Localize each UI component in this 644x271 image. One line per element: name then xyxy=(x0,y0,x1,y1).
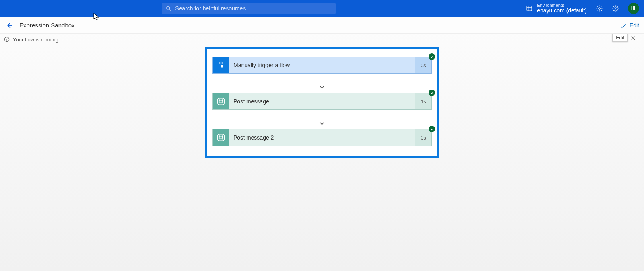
flow-canvas: Manually trigger a flow 0s Post message … xyxy=(205,47,439,158)
edit-button[interactable]: Edit xyxy=(621,22,639,29)
help-icon[interactable] xyxy=(612,5,619,12)
environment-picker[interactable]: Environments enayu.com (default) xyxy=(526,3,587,14)
environment-name: enayu.com (default) xyxy=(537,8,587,14)
arrow-left-icon xyxy=(5,21,14,30)
action-icon-cell xyxy=(213,129,229,146)
environment-text: Environments enayu.com (default) xyxy=(537,3,587,14)
touch-icon xyxy=(217,61,225,70)
success-badge xyxy=(429,90,435,96)
flow-step-trigger[interactable]: Manually trigger a flow 0s xyxy=(212,57,432,74)
svg-rect-13 xyxy=(218,134,225,141)
trigger-icon-cell xyxy=(213,57,229,73)
success-badge xyxy=(429,53,435,60)
search-input[interactable] xyxy=(175,5,332,12)
svg-point-0 xyxy=(167,6,170,10)
svg-rect-11 xyxy=(218,98,225,105)
step-duration: 1s xyxy=(415,93,431,109)
arrow-down-icon xyxy=(318,112,326,127)
arrow-down-icon xyxy=(318,76,326,90)
svg-rect-2 xyxy=(527,6,532,11)
flow-step-action[interactable]: Post message 2 0s xyxy=(212,129,432,146)
step-label: Post message xyxy=(229,93,415,109)
edit-tooltip: Edit xyxy=(612,34,628,42)
search-icon xyxy=(166,6,171,11)
back-button[interactable] xyxy=(5,21,14,30)
edit-label: Edit xyxy=(630,22,639,29)
check-icon xyxy=(430,127,434,131)
environment-icon xyxy=(526,5,533,12)
page-title: Expression Sandbox xyxy=(19,22,75,29)
close-icon[interactable] xyxy=(630,35,636,41)
step-label: Manually trigger a flow xyxy=(229,57,415,73)
success-badge xyxy=(429,126,435,132)
pencil-icon xyxy=(621,22,627,29)
check-icon xyxy=(430,91,434,95)
svg-point-9 xyxy=(220,62,222,64)
sub-bar: Expression Sandbox Edit xyxy=(0,17,644,34)
hash-icon xyxy=(217,97,225,106)
topbar-right: Environments enayu.com (default) HL xyxy=(526,3,639,14)
svg-line-1 xyxy=(169,9,171,10)
top-bar: Environments enayu.com (default) HL xyxy=(0,0,644,17)
gear-icon[interactable] xyxy=(596,5,603,12)
info-icon xyxy=(4,37,10,42)
step-duration: 0s xyxy=(415,57,431,73)
step-label: Post message 2 xyxy=(229,129,415,146)
svg-point-3 xyxy=(599,8,601,10)
check-icon xyxy=(430,55,434,59)
status-text: Your flow is running ... xyxy=(13,37,64,43)
hash-icon xyxy=(217,133,225,142)
avatar[interactable]: HL xyxy=(628,3,639,14)
step-duration: 0s xyxy=(415,129,431,146)
status-bar: Your flow is running ... Edit xyxy=(0,34,644,45)
search-box[interactable] xyxy=(162,3,336,14)
flow-step-action[interactable]: Post message 1s xyxy=(212,93,432,110)
svg-point-5 xyxy=(615,10,616,10)
action-icon-cell xyxy=(213,93,229,109)
